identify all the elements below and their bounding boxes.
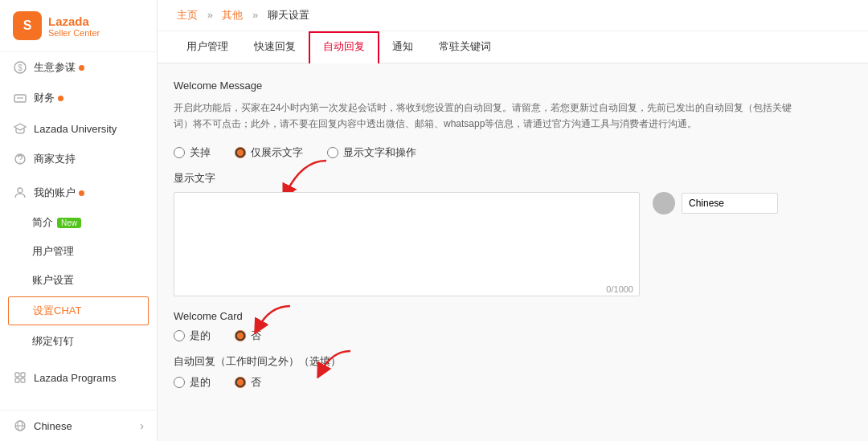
textarea-wrap: 0/1000 xyxy=(174,192,640,299)
svg-point-6 xyxy=(18,188,23,193)
svg-rect-7 xyxy=(15,373,19,377)
logo-area: S Lazada Seller Center xyxy=(0,0,157,52)
auto-reply-radio-group: 是的 否 xyxy=(174,375,852,390)
breadcrumb-other[interactable]: 其他 xyxy=(222,9,243,21)
sidebar-subitem-setup-chat[interactable]: 设置CHAT xyxy=(8,296,149,325)
sidebar-item-lazada-programs[interactable]: Lazada Programs xyxy=(0,362,157,393)
sidebar-subitem-user-management[interactable]: 用户管理 xyxy=(0,237,157,266)
radio-show-text-only-input[interactable] xyxy=(235,147,246,158)
welcome-card-arrow xyxy=(250,302,298,334)
tab-sticky-keywords[interactable]: 常驻关键词 xyxy=(426,31,504,63)
welcome-card-yes-input[interactable] xyxy=(174,330,185,341)
auto-reply-no-label: 否 xyxy=(251,375,261,390)
svg-rect-10 xyxy=(21,378,25,382)
display-mode-radio-group: 关掉 仅展示文字 显示文字和操作 xyxy=(174,145,852,160)
main-area: 主页 » 其他 » 聊天设置 用户管理 快速回复 自动回复 通知 常驻关键词 W… xyxy=(158,0,868,441)
logo-title: Lazada xyxy=(48,14,100,28)
language-selector: Chinese English xyxy=(653,192,778,214)
university-icon xyxy=(13,121,27,136)
svg-rect-8 xyxy=(21,373,25,377)
sidebar-subitem-account-settings[interactable]: 账户设置 xyxy=(0,266,157,295)
notification-dot xyxy=(79,65,84,71)
welcome-card-title: Welcome Card xyxy=(174,310,852,322)
sidebar-item-business-tips[interactable]: $ 生意参谋 xyxy=(0,52,157,83)
breadcrumb-home[interactable]: 主页 xyxy=(177,9,198,21)
sidebar-subitem-bind-nail[interactable]: 绑定钉钉 xyxy=(0,327,157,356)
user-management-label: 用户管理 xyxy=(32,244,74,259)
chevron-right-icon: › xyxy=(140,419,144,432)
sidebar-subitem-profile[interactable]: 简介 New xyxy=(0,208,157,237)
notification-dot xyxy=(79,190,84,196)
char-count: 0/1000 xyxy=(606,284,633,294)
svg-text:$: $ xyxy=(18,63,23,72)
textarea-row: 0/1000 Chinese English xyxy=(174,192,852,299)
sidebar-item-my-account[interactable]: 我的账户 xyxy=(0,178,157,208)
business-tips-icon: $ xyxy=(13,60,27,75)
notification-dot xyxy=(58,96,63,101)
setup-chat-label: 设置CHAT xyxy=(33,304,81,318)
radio-close-label: 关掉 xyxy=(190,145,211,160)
radio-show-text-action-label: 显示文字和操作 xyxy=(343,145,416,160)
language-avatar xyxy=(653,192,675,214)
merchant-support-icon xyxy=(13,152,27,166)
svg-point-5 xyxy=(19,161,20,162)
language-icon xyxy=(13,419,27,433)
sidebar-item-merchant-support[interactable]: 商家支持 xyxy=(0,144,157,174)
lazada-programs-label: Lazada Programs xyxy=(34,372,117,384)
welcome-card-yes[interactable]: 是的 xyxy=(174,329,211,343)
auto-reply-title: 自动回复（工作时间之外）（选填） xyxy=(174,354,852,369)
lazada-programs-icon xyxy=(13,370,27,385)
breadcrumb: 主页 » 其他 » 聊天设置 xyxy=(158,0,868,31)
display-textarea[interactable] xyxy=(174,192,640,296)
breadcrumb-sep2: » xyxy=(252,9,258,21)
auto-reply-yes-label: 是的 xyxy=(190,375,211,390)
account-settings-label: 账户设置 xyxy=(32,273,74,288)
tab-auto-reply[interactable]: 自动回复 xyxy=(309,31,379,63)
logo-subtitle: Seller Center xyxy=(48,28,100,38)
sidebar-item-lazada-university[interactable]: Lazada University xyxy=(0,113,157,144)
auto-reply-no-input[interactable] xyxy=(235,377,246,388)
auto-reply-yes[interactable]: 是的 xyxy=(174,375,211,390)
sidebar: S Lazada Seller Center $ 生意参谋 财务 Lazada … xyxy=(0,0,158,441)
welcome-card-yes-label: 是的 xyxy=(190,329,211,343)
tab-user-management[interactable]: 用户管理 xyxy=(174,31,241,63)
auto-reply-yes-input[interactable] xyxy=(174,377,185,388)
finance-icon xyxy=(13,91,27,105)
profile-label: 简介 xyxy=(32,215,53,230)
sidebar-item-label: 商家支持 xyxy=(34,152,76,166)
sidebar-item-label: 我的账户 xyxy=(34,186,76,200)
tab-notification[interactable]: 通知 xyxy=(379,31,426,63)
logo-icon: S xyxy=(13,11,42,40)
language-label: Chinese xyxy=(34,420,72,432)
auto-reply-no[interactable]: 否 xyxy=(235,375,261,390)
radio-close-input[interactable] xyxy=(174,147,185,158)
breadcrumb-sep1: » xyxy=(207,9,213,21)
sidebar-item-label: 生意参谋 xyxy=(34,60,76,75)
radio-close[interactable]: 关掉 xyxy=(174,145,211,160)
sidebar-item-finance[interactable]: 财务 xyxy=(0,83,157,113)
auto-reply-section: 自动回复（工作时间之外）（选填） 是的 xyxy=(174,354,852,390)
language-dropdown[interactable]: Chinese English xyxy=(682,193,778,214)
content-area: Welcome Message 开启此功能后，买家在24小时内第一次发起会话时，… xyxy=(158,63,868,441)
sidebar-item-label: Lazada University xyxy=(34,123,117,135)
auto-reply-arrow xyxy=(314,348,358,378)
sidebar-item-label: 财务 xyxy=(34,91,55,105)
svg-rect-9 xyxy=(15,378,19,382)
welcome-message-title: Welcome Message xyxy=(174,80,852,92)
welcome-card-no-input[interactable] xyxy=(235,330,246,341)
sub-nav: 简介 New 用户管理 账户设置 设置CHAT 绑定钉钉 xyxy=(0,208,157,356)
new-badge: New xyxy=(57,218,81,228)
tab-bar: 用户管理 快速回复 自动回复 通知 常驻关键词 xyxy=(158,31,868,63)
welcome-message-description: 开启此功能后，买家在24小时内第一次发起会话时，将收到您设置的自动回复。请留意，… xyxy=(174,100,800,133)
bind-nail-label: 绑定钉钉 xyxy=(32,334,74,349)
breadcrumb-current: 聊天设置 xyxy=(268,9,309,21)
welcome-card-section: Welcome Card 是的 xyxy=(174,310,852,343)
radio-show-text-action[interactable]: 显示文字和操作 xyxy=(327,145,416,160)
display-text-label: 显示文字 xyxy=(174,171,852,186)
sidebar-item-chinese[interactable]: Chinese › xyxy=(0,410,157,441)
logo-text: Lazada Seller Center xyxy=(48,14,100,38)
my-account-icon xyxy=(13,186,27,200)
tab-quick-reply[interactable]: 快速回复 xyxy=(241,31,309,63)
